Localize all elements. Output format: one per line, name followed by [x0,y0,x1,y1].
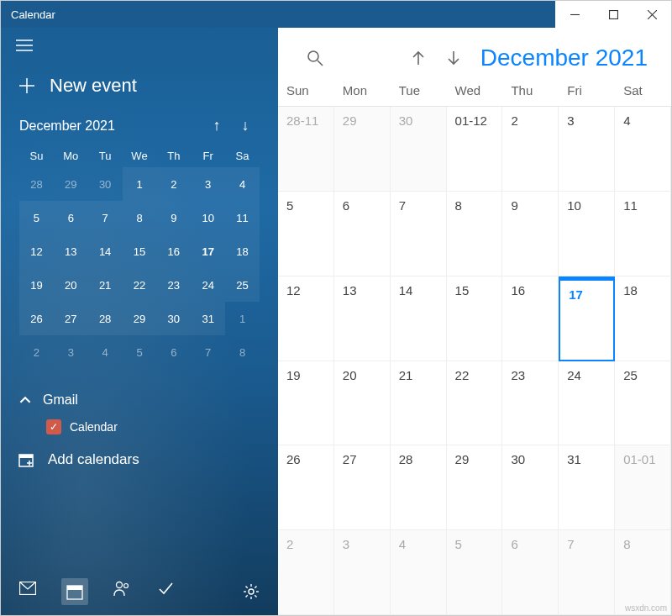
main-day-cell[interactable]: 28-11 [278,107,334,192]
mini-day-cell[interactable]: 7 [191,335,225,369]
mini-day-cell[interactable]: 15 [123,234,157,268]
settings-nav-button[interactable] [241,582,261,602]
mini-month-label[interactable]: December 2021 [19,118,202,134]
calendar-item[interactable]: ✓ Calendar [19,413,260,434]
main-day-cell[interactable]: 10 [559,192,615,276]
main-day-cell[interactable]: 01-01 [615,445,671,530]
main-day-cell[interactable]: 5 [278,192,334,276]
mini-day-cell[interactable]: 8 [123,201,157,234]
main-day-cell[interactable]: 19 [278,361,334,446]
prev-month-button[interactable] [410,50,427,66]
main-day-cell[interactable]: 18 [615,276,671,361]
new-event-button[interactable]: New event [1,66,278,117]
main-day-cell[interactable]: 5 [447,530,503,615]
mini-day-cell[interactable]: 10 [191,201,225,234]
calendar-checkbox-icon[interactable]: ✓ [46,419,61,434]
mini-day-cell[interactable]: 7 [88,201,123,234]
main-day-cell[interactable]: 29 [334,107,391,192]
main-day-cell[interactable]: 24 [559,361,615,446]
mini-day-cell[interactable]: 5 [123,335,157,369]
main-day-cell[interactable]: 31 [559,445,615,530]
mini-day-cell[interactable]: 2 [156,167,191,201]
mini-day-cell[interactable]: 23 [156,268,191,302]
mini-day-cell[interactable]: 2 [19,335,54,369]
main-day-cell[interactable]: 30 [391,107,447,192]
main-day-cell[interactable]: 28 [391,445,447,530]
main-day-cell[interactable]: 11 [615,192,671,276]
mini-day-cell[interactable]: 6 [54,201,88,234]
mini-day-cell[interactable]: 22 [123,268,157,302]
main-day-cell[interactable]: 23 [502,361,559,446]
minimize-button[interactable] [555,1,594,28]
main-day-cell[interactable]: 3 [334,530,391,615]
main-day-cell[interactable]: 22 [447,361,503,446]
mini-day-cell[interactable]: 18 [225,234,260,268]
add-calendars-button[interactable]: Add calendars [1,440,278,480]
mini-next-button[interactable]: ↓ [231,117,260,134]
main-day-cell[interactable]: 2 [278,530,334,615]
mini-day-cell[interactable]: 31 [191,302,225,335]
mini-day-cell[interactable]: 4 [225,167,260,201]
todo-nav-button[interactable] [155,578,176,598]
main-day-cell[interactable]: 25 [615,361,671,446]
main-day-cell[interactable]: 15 [447,276,503,361]
main-day-cell[interactable]: 30 [502,445,559,530]
mini-day-cell[interactable]: 20 [54,268,88,302]
mini-day-cell[interactable]: 16 [156,234,191,268]
main-day-cell[interactable]: 29 [447,445,503,530]
maximize-button[interactable] [594,1,633,28]
mini-day-cell[interactable]: 8 [225,335,260,369]
main-day-cell[interactable]: 8 [615,530,671,615]
mini-day-cell[interactable]: 27 [54,302,88,335]
account-gmail[interactable]: Gmail [19,387,260,413]
main-day-cell[interactable]: 3 [559,107,615,192]
mini-day-cell[interactable]: 6 [156,335,191,369]
main-day-cell[interactable]: 8 [447,192,503,276]
mini-day-cell[interactable]: 30 [156,302,191,335]
mini-day-cell[interactable]: 17 [191,234,225,268]
mini-day-cell[interactable]: 19 [19,268,54,302]
main-day-cell[interactable]: 14 [391,276,447,361]
mini-day-cell[interactable]: 3 [54,335,88,369]
calendar-nav-button[interactable] [61,578,88,605]
mini-day-cell[interactable]: 11 [225,201,260,234]
mini-day-cell[interactable]: 30 [88,167,123,201]
main-day-cell[interactable]: 9 [502,192,559,276]
mini-day-cell[interactable]: 25 [225,268,260,302]
main-day-cell[interactable]: 7 [559,530,615,615]
main-month-label[interactable]: December 2021 [480,45,648,71]
main-day-cell[interactable]: 2 [502,107,559,192]
mini-day-cell[interactable]: 28 [19,167,54,201]
hamburger-button[interactable] [1,28,278,66]
mini-day-cell[interactable]: 29 [54,167,88,201]
main-day-cell[interactable]: 26 [278,445,334,530]
mini-day-cell[interactable]: 1 [123,167,157,201]
main-day-cell[interactable]: 12 [278,276,334,361]
next-month-button[interactable] [445,50,462,66]
mini-day-cell[interactable]: 26 [19,302,54,335]
close-button[interactable] [633,1,671,28]
main-day-cell[interactable]: 4 [391,530,447,615]
people-nav-button[interactable] [112,578,132,598]
mini-day-cell[interactable]: 12 [19,234,54,268]
main-day-cell[interactable]: 20 [334,361,391,446]
mini-day-cell[interactable]: 3 [191,167,225,201]
mini-day-cell[interactable]: 21 [88,268,123,302]
main-day-cell[interactable]: 17 [559,276,615,361]
mini-prev-button[interactable]: ↑ [202,117,231,134]
main-day-cell[interactable]: 16 [502,276,559,361]
main-day-cell[interactable]: 01-12 [447,107,503,192]
mini-day-cell[interactable]: 4 [88,335,123,369]
mail-nav-button[interactable] [18,578,38,598]
main-day-cell[interactable]: 7 [391,192,447,276]
mini-day-cell[interactable]: 24 [191,268,225,302]
search-icon[interactable] [307,50,323,66]
mini-day-cell[interactable]: 9 [156,201,191,234]
main-day-cell[interactable]: 27 [334,445,391,530]
mini-day-cell[interactable]: 13 [54,234,88,268]
main-day-cell[interactable]: 6 [502,530,559,615]
main-day-cell[interactable]: 13 [334,276,391,361]
main-day-cell[interactable]: 6 [334,192,391,276]
mini-day-cell[interactable]: 28 [88,302,123,335]
main-day-cell[interactable]: 21 [391,361,447,446]
